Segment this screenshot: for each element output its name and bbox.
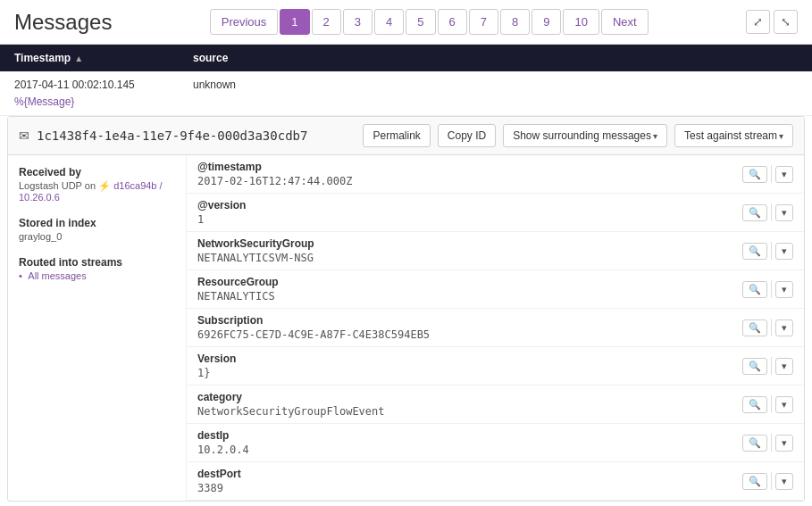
page-6-button[interactable]: 6	[438, 9, 467, 35]
field-action-separator	[771, 280, 772, 298]
field-name: Version	[197, 353, 742, 365]
field-actions: 🔍 ▾	[742, 199, 793, 226]
table-header: Timestamp ▲ source	[0, 45, 812, 71]
stored-in-section: Stored in index graylog_0	[19, 217, 175, 242]
streams-section: Routed into streams • All messages	[19, 256, 175, 281]
page-9-button[interactable]: 9	[532, 9, 561, 35]
field-search-button[interactable]: 🔍	[742, 243, 767, 260]
field-name: destIp	[197, 429, 742, 442]
field-row: category NetworkSecurityGroupFlowEvent 🔍…	[187, 386, 804, 424]
field-actions: 🔍 ▾	[742, 353, 793, 379]
stored-value: graylog_0	[19, 231, 175, 242]
field-action-separator	[771, 242, 772, 260]
test-stream-button[interactable]: Test against stream ▾	[674, 124, 793, 147]
field-row: destPort 3389 🔍 ▾	[187, 462, 804, 501]
field-action-separator	[771, 434, 772, 452]
field-value: 1}	[197, 367, 742, 379]
field-value: 10.2.0.4	[197, 444, 742, 456]
field-action-separator	[771, 203, 772, 221]
field-name: @version	[197, 199, 742, 212]
field-more-button[interactable]: ▾	[775, 204, 793, 221]
page-8-button[interactable]: 8	[500, 9, 530, 35]
page-7-button[interactable]: 7	[469, 9, 498, 35]
field-row: @timestamp 2017-02-16T12:47:44.000Z 🔍 ▾	[187, 155, 804, 194]
received-by-icon: ⚡	[98, 180, 111, 191]
field-search-button[interactable]: 🔍	[742, 319, 767, 336]
streams-value: • All messages	[19, 270, 175, 281]
field-actions: 🔍 ▾	[742, 314, 793, 341]
field-content: category NetworkSecurityGroupFlowEvent	[197, 391, 742, 418]
received-by-label: Received by	[19, 166, 175, 178]
expand-button[interactable]: ⤢	[746, 10, 770, 34]
stored-label: Stored in index	[19, 217, 175, 229]
field-row: @version 1 🔍 ▾	[187, 194, 804, 232]
field-more-button[interactable]: ▾	[775, 281, 793, 298]
field-value: 3389	[197, 482, 742, 494]
envelope-icon: ✉	[19, 129, 29, 143]
surrounding-messages-button[interactable]: Show surrounding messages ▾	[503, 124, 667, 147]
field-search-button[interactable]: 🔍	[742, 435, 767, 452]
field-more-button[interactable]: ▾	[775, 319, 793, 336]
page-4-button[interactable]: 4	[374, 9, 404, 35]
field-action-separator	[771, 357, 772, 375]
field-value: 1	[197, 213, 742, 226]
page-5-button[interactable]: 5	[406, 9, 435, 35]
field-search-button[interactable]: 🔍	[742, 204, 767, 221]
field-more-button[interactable]: ▾	[775, 243, 793, 260]
field-content: @timestamp 2017-02-16T12:47:44.000Z	[197, 161, 742, 187]
next-button[interactable]: Next	[601, 9, 649, 35]
message-timestamp: 2017-04-11 00:02:10.145	[14, 79, 179, 91]
field-content: NetworkSecurityGroup NETANALYTICSVM-NSG	[197, 237, 742, 264]
field-value: 6926FC75-CE7D-4C9E-A87F-C4E38C594EB5	[197, 328, 742, 341]
field-name: destPort	[197, 468, 742, 480]
field-row: NetworkSecurityGroup NETANALYTICSVM-NSG …	[187, 232, 804, 270]
field-search-button[interactable]: 🔍	[742, 166, 767, 183]
collapse-button[interactable]: ⤡	[774, 10, 798, 34]
field-row: Subscription 6926FC75-CE7D-4C9E-A87F-C4E…	[187, 309, 804, 347]
prev-button[interactable]: Previous	[210, 9, 279, 35]
message-id-bar: ✉ 1c1438f4-1e4a-11e7-9f4e-000d3a30cdb7 P…	[8, 117, 804, 155]
timestamp-column-header: Timestamp ▲	[14, 52, 193, 64]
sort-icon[interactable]: ▲	[74, 54, 83, 63]
message-body: Received by Logstash UDP on ⚡ d16ca94b /…	[8, 155, 804, 501]
field-content: destPort 3389	[197, 468, 742, 494]
field-content: ResourceGroup NETANALYTICS	[197, 276, 742, 303]
copy-id-button[interactable]: Copy ID	[438, 124, 496, 147]
field-search-button[interactable]: 🔍	[742, 396, 767, 413]
field-value: 2017-02-16T12:47:44.000Z	[197, 175, 742, 187]
field-action-separator	[771, 395, 772, 413]
field-action-separator	[771, 472, 772, 490]
page-2-button[interactable]: 2	[312, 9, 341, 35]
field-name: @timestamp	[197, 161, 742, 173]
field-more-button[interactable]: ▾	[775, 473, 793, 490]
field-name: ResourceGroup	[197, 276, 742, 288]
field-action-separator	[771, 319, 772, 336]
field-search-button[interactable]: 🔍	[742, 473, 767, 490]
field-more-button[interactable]: ▾	[775, 435, 793, 452]
field-value: NetworkSecurityGroupFlowEvent	[197, 405, 742, 418]
page-10-button[interactable]: 10	[563, 9, 599, 35]
field-actions: 🔍 ▾	[742, 468, 793, 494]
page-3-button[interactable]: 3	[343, 9, 373, 35]
field-content: Version 1}	[197, 353, 742, 379]
page-title: Messages	[14, 10, 112, 35]
page-1-button[interactable]: 1	[280, 9, 309, 35]
message-link[interactable]: %{Message}	[14, 95, 74, 108]
field-more-button[interactable]: ▾	[775, 166, 793, 183]
field-more-button[interactable]: ▾	[775, 358, 793, 375]
field-value: NETANALYTICS	[197, 290, 742, 303]
all-messages-link[interactable]: All messages	[28, 270, 86, 281]
pagination: Previous 1 2 3 4 5 6 7 8 9 10 Next	[210, 9, 649, 35]
field-search-button[interactable]: 🔍	[742, 281, 767, 298]
streams-label: Routed into streams	[19, 256, 175, 269]
field-actions: 🔍 ▾	[742, 276, 793, 303]
expand-controls: ⤢ ⤡	[746, 10, 798, 34]
message-row: 2017-04-11 00:02:10.145 unknown %{Messag…	[0, 71, 812, 116]
fields-panel: @timestamp 2017-02-16T12:47:44.000Z 🔍 ▾ …	[187, 155, 804, 501]
permalink-button[interactable]: Permalink	[363, 124, 430, 147]
message-meta: 2017-04-11 00:02:10.145 unknown	[14, 79, 798, 91]
field-more-button[interactable]: ▾	[775, 396, 793, 413]
field-name: Subscription	[197, 314, 742, 327]
field-search-button[interactable]: 🔍	[742, 358, 767, 375]
message-source: unknown	[193, 79, 236, 91]
